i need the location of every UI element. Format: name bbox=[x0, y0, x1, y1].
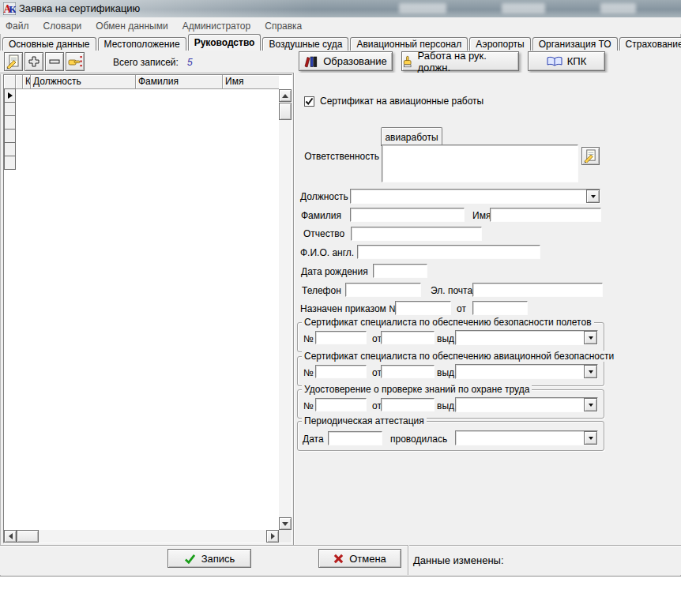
kpk-button-label: КПК bbox=[567, 55, 587, 67]
responsibility-edit-button[interactable] bbox=[581, 147, 600, 165]
grid-header-name[interactable]: Имя bbox=[223, 75, 279, 89]
position-combobox[interactable] bbox=[350, 189, 600, 204]
main-tabbar: Основные данные Местоположение Руководст… bbox=[2, 34, 681, 51]
tab-main-data[interactable]: Основные данные bbox=[2, 37, 96, 51]
grid-current-row-cell[interactable] bbox=[4, 88, 16, 103]
pointing-hand-icon bbox=[68, 55, 82, 68]
name-label: Имя bbox=[472, 210, 491, 221]
arrow-down-icon bbox=[282, 522, 288, 529]
tab-maintenance-org[interactable]: Организация ТО bbox=[532, 37, 618, 51]
tab-aircraft[interactable]: Воздушные суда bbox=[262, 37, 348, 51]
tab-airports[interactable]: Аэропорты bbox=[469, 37, 530, 51]
glass-reflection bbox=[399, 3, 446, 13]
glass-reflection bbox=[600, 3, 636, 13]
grid-vertical-scrollbar[interactable] bbox=[279, 89, 292, 530]
email-field[interactable] bbox=[472, 283, 603, 297]
grid-row-cell[interactable] bbox=[4, 115, 16, 130]
menu-item-administrator[interactable]: Администратор bbox=[182, 21, 251, 32]
patronymic-field[interactable] bbox=[351, 227, 482, 241]
cert2-dropdown-button[interactable] bbox=[584, 365, 597, 378]
grid-horizontal-scrollbar[interactable] bbox=[4, 530, 279, 543]
surname-field[interactable] bbox=[350, 208, 465, 222]
attestation-dropdown-button[interactable] bbox=[584, 431, 597, 445]
birthdate-field[interactable] bbox=[373, 264, 427, 278]
subtab-aviaworks-label: авиаработы bbox=[385, 132, 438, 143]
cancel-button[interactable]: Отмена bbox=[318, 549, 401, 568]
menu-item-file[interactable]: Файл bbox=[6, 21, 29, 32]
attestation-held-combobox[interactable] bbox=[455, 430, 598, 445]
tab-location[interactable]: Местоположение bbox=[98, 37, 186, 51]
email-label: Эл. почта bbox=[431, 285, 472, 296]
education-button-label: Образование bbox=[323, 55, 387, 67]
scroll-left-button[interactable] bbox=[4, 530, 17, 543]
grid-row-cell[interactable] bbox=[4, 129, 16, 143]
cert1-dropdown-button[interactable] bbox=[584, 331, 597, 344]
chevron-down-icon bbox=[589, 404, 593, 409]
vertical-scroll-thumb[interactable] bbox=[279, 103, 292, 120]
tab-aviation-personnel[interactable]: Авиационный персонал bbox=[350, 37, 468, 51]
grid-header-k[interactable]: К bbox=[23, 75, 31, 89]
open-book-icon bbox=[547, 56, 562, 67]
edit-record-button[interactable] bbox=[4, 52, 23, 71]
grid-row-cell[interactable] bbox=[4, 156, 16, 170]
periodic-attestation-title: Периодическая аттестация bbox=[302, 415, 427, 426]
order-date-field[interactable] bbox=[472, 301, 528, 315]
managerial-work-button-label: Работа на рук. должн. bbox=[417, 50, 518, 73]
tab-management[interactable]: Руководство bbox=[188, 34, 261, 51]
cert3-issuer-field[interactable] bbox=[455, 397, 598, 412]
green-check-icon bbox=[184, 554, 196, 564]
menu-item-help[interactable]: Справка bbox=[265, 21, 302, 32]
position-combobox-field[interactable] bbox=[350, 189, 600, 204]
grid-header-position[interactable]: Должность bbox=[31, 75, 136, 89]
position-dropdown-button[interactable] bbox=[586, 190, 600, 203]
cert2-issuer-combobox[interactable] bbox=[455, 364, 598, 379]
phone-field[interactable] bbox=[345, 283, 421, 297]
cert1-date-field[interactable] bbox=[381, 331, 435, 344]
labor-safety-certificate-title: Удостоверение о проверке знаний по охран… bbox=[302, 384, 532, 395]
cert1-number-field[interactable] bbox=[315, 331, 367, 344]
grid-row-cell[interactable] bbox=[4, 102, 16, 116]
cert2-date-field[interactable] bbox=[381, 365, 435, 378]
tab-insurance[interactable]: Страхование bbox=[619, 37, 681, 51]
red-x-icon bbox=[333, 554, 344, 564]
grid-row-cell[interactable] bbox=[4, 142, 16, 156]
scroll-right-button[interactable] bbox=[266, 530, 279, 543]
surname-label: Фамилия bbox=[301, 210, 341, 221]
cert3-issuer-combobox[interactable] bbox=[455, 397, 598, 412]
aviation-works-certificate-checkbox[interactable] bbox=[304, 96, 314, 107]
save-button[interactable]: Запись bbox=[167, 549, 251, 568]
cert3-number-field[interactable] bbox=[315, 398, 367, 411]
managerial-work-button[interactable]: Работа на рук. должн. bbox=[401, 51, 519, 71]
kpk-button[interactable]: КПК bbox=[528, 51, 605, 71]
cert2-issuer-field[interactable] bbox=[455, 364, 598, 379]
subtab-aviaworks[interactable]: авиаработы bbox=[381, 127, 442, 146]
edit-page-icon bbox=[6, 54, 21, 69]
scroll-up-button[interactable] bbox=[279, 89, 292, 102]
title-bar[interactable]: A К Заявка на сертификацию bbox=[0, 0, 681, 18]
grid-header-surname[interactable]: Фамилия bbox=[136, 75, 223, 89]
save-button-label: Запись bbox=[201, 553, 235, 565]
cert2-issued-label: выд bbox=[437, 367, 454, 378]
records-grid[interactable]: К Должность Фамилия Имя bbox=[3, 74, 292, 543]
name-field[interactable] bbox=[490, 208, 601, 222]
fio-en-field[interactable] bbox=[357, 245, 540, 259]
cert3-dropdown-button[interactable] bbox=[584, 398, 597, 411]
cert1-issuer-combobox[interactable] bbox=[455, 330, 598, 345]
cert3-date-field[interactable] bbox=[381, 398, 435, 411]
delete-record-button[interactable] bbox=[45, 52, 64, 71]
horizontal-scroll-thumb[interactable] bbox=[17, 530, 39, 543]
menu-item-data-exchange[interactable]: Обмен данными bbox=[96, 21, 167, 32]
attestation-held-field[interactable] bbox=[455, 430, 598, 445]
scroll-down-button[interactable] bbox=[279, 517, 292, 530]
grid-header-blank bbox=[16, 75, 23, 89]
attestation-date-field[interactable] bbox=[328, 431, 382, 445]
add-record-button[interactable] bbox=[24, 52, 43, 71]
menu-item-dictionaries[interactable]: Словари bbox=[43, 21, 82, 32]
order-number-field[interactable] bbox=[395, 301, 451, 315]
pick-record-button[interactable] bbox=[66, 52, 85, 71]
birthdate-label: Дата рождения bbox=[301, 266, 368, 277]
responsibility-memo[interactable] bbox=[382, 145, 578, 182]
cert2-number-field[interactable] bbox=[315, 365, 367, 378]
cert1-issuer-field[interactable] bbox=[455, 330, 598, 345]
education-button[interactable]: Образование bbox=[299, 51, 393, 71]
